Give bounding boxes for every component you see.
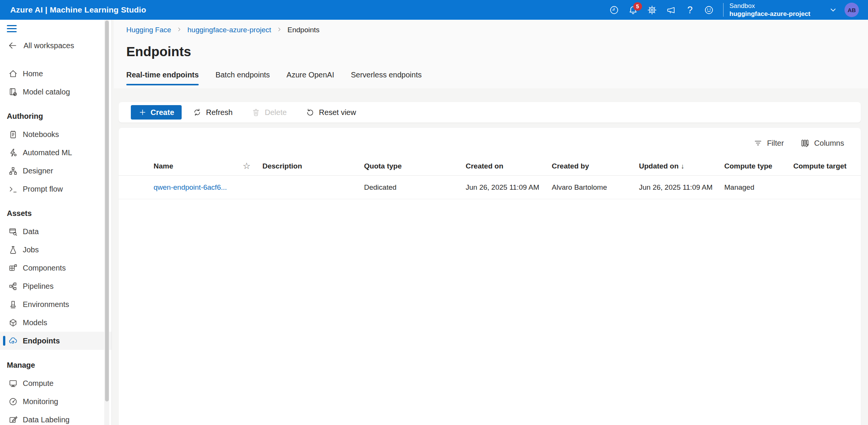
sidebar-item-automated-ml[interactable]: Automated ML [0,143,111,162]
sidebar-item-compute[interactable]: Compute [0,374,111,392]
workspace-selector[interactable]: Sandbox huggingface-azure-project [730,2,810,18]
sidebar-item-model-catalog[interactable]: Model catalog [0,83,111,101]
sidebar-item-jobs[interactable]: Jobs [0,241,111,259]
sidebar-item-components[interactable]: Components [0,259,111,277]
prompt-flow-icon [8,184,18,194]
column-header-created-by[interactable]: Created by [552,162,639,170]
notebook-icon [8,130,18,139]
page-header: Hugging Face huggingface-azure-project E… [114,20,868,88]
refresh-button[interactable]: Refresh [185,105,240,120]
notifications-button[interactable]: 5 [624,2,643,18]
command-bar: Create Refresh Delete Reset view [119,102,861,123]
filter-button[interactable]: Filter [748,135,789,151]
data-icon [8,227,18,236]
refresh-button-label: Refresh [206,108,232,117]
sidebar-item-label: Compute [23,379,53,388]
column-header-compute-type[interactable]: Compute type [724,162,793,170]
reset-view-icon [306,108,315,117]
sidebar-item-notebooks[interactable]: Notebooks [0,125,111,143]
sidebar-item-label: Monitoring [23,397,58,406]
column-header-quota-type[interactable]: Quota type [364,162,466,170]
all-workspaces-link[interactable]: All workspaces [0,37,111,54]
sidebar-item-pipelines[interactable]: Pipelines [0,277,111,295]
column-header-updated-on-label: Updated on [639,162,679,170]
environments-icon [8,300,18,309]
avatar[interactable]: AB [844,3,859,17]
sidebar-item-designer[interactable]: Designer [0,162,111,180]
breadcrumb-separator [176,26,182,34]
sidebar-section-authoring: Authoring [0,107,111,125]
columns-icon [801,139,810,148]
sidebar-item-label: Data Labeling [23,416,69,424]
feedback-button[interactable] [700,2,719,18]
sidebar-item-prompt-flow[interactable]: Prompt flow [0,180,111,198]
settings-button[interactable] [643,2,662,18]
announcements-button[interactable] [662,2,681,18]
sidebar-item-label: Model catalog [23,88,70,96]
tab-serverless-endpoints[interactable]: Serverless endpoints [351,71,422,85]
sidebar-item-models[interactable]: Models [0,313,111,332]
app-title: Azure AI | Machine Learning Studio [10,5,146,14]
cube-icon [8,318,18,327]
notification-badge: 5 [633,2,642,11]
column-header-updated-on[interactable]: Updated on↓ [639,162,724,170]
help-button[interactable]: ? [681,2,700,18]
page-title: Endpoints [126,43,868,60]
column-header-created-on[interactable]: Created on [466,162,552,170]
column-header-compute-target[interactable]: Compute target [793,162,861,170]
sidebar: All workspaces Home Model catalog Author… [0,20,112,425]
sidebar-item-environments[interactable]: Environments [0,295,111,313]
breadcrumb-project[interactable]: huggingface-azure-project [187,26,271,34]
gauge-icon [8,397,18,406]
model-catalog-icon [8,87,18,97]
endpoints-table: Name ☆ Description Quota type Created on… [119,157,861,199]
sidebar-item-data[interactable]: Data [0,222,111,241]
topbar-actions: 5 ? Sandbox huggingface-azure-project AB [605,2,859,18]
tab-real-time-endpoints[interactable]: Real-time endpoints [126,71,199,85]
chevron-right-icon [176,27,182,32]
automated-ml-icon [8,148,18,157]
tab-azure-openai[interactable]: Azure OpenAI [287,71,334,85]
sidebar-item-label: Pipelines [23,282,53,291]
hamburger-menu-button[interactable] [0,20,111,37]
row-quota-type-cell: Dedicated [364,183,466,192]
reset-view-button-label: Reset view [319,108,356,117]
sidebar-item-endpoints[interactable]: Endpoints [0,332,111,350]
endpoint-name-link[interactable]: qwen-endpoint-6acf6... [154,183,227,191]
sidebar-item-data-labeling[interactable]: Data Labeling [0,411,111,425]
sidebar-item-label: Designer [23,167,53,175]
sidebar-scrollbar-thumb[interactable] [105,20,109,401]
components-icon [8,263,18,273]
delete-button-label: Delete [265,108,287,117]
column-header-name[interactable]: Name [154,162,243,170]
table-header-row: Name ☆ Description Quota type Created on… [119,157,861,176]
back-arrow-icon [8,41,17,50]
favorite-star-icon[interactable]: ☆ [243,161,262,171]
create-button[interactable]: Create [131,105,182,120]
clock-button[interactable] [605,2,624,18]
columns-button[interactable]: Columns [795,135,849,151]
megaphone-icon [666,5,676,15]
workspace-dropdown-button[interactable] [826,2,841,18]
filter-button-label: Filter [767,139,784,148]
row-compute-type-cell: Managed [724,183,793,192]
reset-view-button[interactable]: Reset view [298,105,364,120]
sidebar-scrollbar[interactable] [104,20,109,425]
sidebar-item-label: Home [23,69,43,78]
sidebar-item-monitoring[interactable]: Monitoring [0,392,111,411]
sort-descending-icon: ↓ [681,162,684,170]
tab-batch-endpoints[interactable]: Batch endpoints [215,71,270,85]
sidebar-item-home[interactable]: Home [0,65,111,83]
topbar-divider [723,3,724,17]
top-app-bar: Azure AI | Machine Learning Studio 5 ? S… [0,0,868,20]
workspace-kind: Sandbox [730,2,810,10]
row-created-by-cell: Alvaro Bartolome [552,183,639,192]
delete-button[interactable]: Delete [243,105,295,120]
column-header-description[interactable]: Description [262,162,364,170]
table-row[interactable]: qwen-endpoint-6acf6... Dedicated Jun 26,… [119,176,861,199]
plus-icon [138,108,147,116]
create-button-label: Create [151,108,174,117]
sidebar-item-label: Data [23,227,39,236]
breadcrumb-hugging-face[interactable]: Hugging Face [126,26,171,34]
monitor-icon [8,379,18,388]
